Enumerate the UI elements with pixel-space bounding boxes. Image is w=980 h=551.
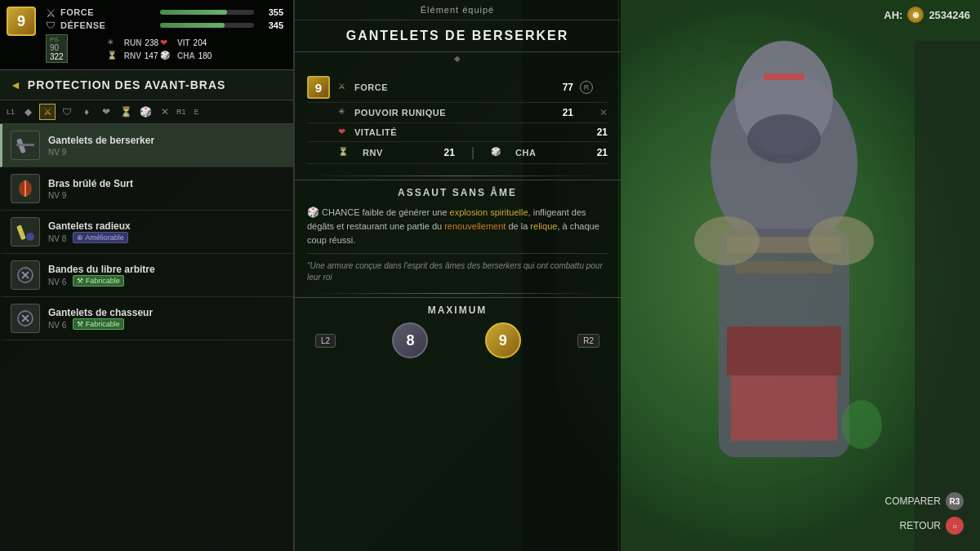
item-force-row: 9 ⚔ FORCE 77 R ✕ [307, 73, 608, 103]
item-dual-row: ⏳ RNV 21 | 🎲 CHA 21 [307, 142, 608, 164]
rnv-stat: ⏳ RNV 147 [107, 51, 158, 62]
defense-value: 345 [259, 20, 283, 30]
upgrade-level-8-btn[interactable]: 8 [392, 322, 428, 358]
ps-block: PS 90 322 [46, 34, 68, 63]
ability-highlight-3: relique [530, 221, 557, 231]
ability-description: 🎲 CHANCE faible de générer une explosion… [307, 205, 608, 247]
item-cha-label: CHA [515, 148, 587, 158]
list-item[interactable]: Gantelets radieux NV 8 ⊕ Améliorable [0, 211, 293, 254]
vit-value: 204 [194, 38, 207, 47]
item-level-badge: 9 [307, 76, 330, 99]
defense-stat: 🛡 DÉFENSE 345 [46, 20, 283, 31]
maximum-section: MAXIMUM L2 8 9 R2 [294, 297, 621, 365]
item-info-chasseur: Gantelets de chasseur NV 6 ⚒ Fabricable [48, 307, 285, 330]
ability-title: ASSAUT SANS ÂME [307, 187, 608, 198]
item-level-1: NV 9 [48, 191, 285, 200]
item-rnv-label: RNV [363, 148, 434, 158]
arrow-left-icon: ◄ [10, 78, 21, 91]
tab-hourglass[interactable]: ⏳ [118, 104, 134, 120]
svg-rect-8 [731, 375, 837, 441]
upgrade-level-9-btn[interactable]: 9 [485, 322, 521, 358]
currency-icon: ⊕ [907, 7, 924, 23]
tab-shield[interactable]: 🛡 [59, 104, 75, 120]
panel-divider-right [618, 0, 619, 551]
cha-label: CHA [177, 51, 195, 60]
return-action[interactable]: RETOUR ○ [900, 517, 964, 535]
force-row: ⚔ FORCE 355 [46, 7, 283, 18]
list-item[interactable]: Bras brûlé de Surt NV 9 [0, 167, 293, 211]
item-icon-chasseur [11, 304, 40, 333]
r1-trigger-label: R1 [176, 108, 186, 116]
item-name-2: Gantelets radieux [48, 220, 285, 232]
item-vitalite-label: VITALITÉ [354, 127, 597, 137]
maximum-title: MAXIMUM [307, 304, 608, 316]
ability-text-1: CHANCE faible de générer une [322, 207, 450, 217]
ability-highlight-1: explosion spirituelle [450, 207, 528, 217]
svg-rect-6 [735, 261, 833, 273]
item-icon-librarbitre [11, 260, 40, 290]
tab-sword-active[interactable]: ⚔ [39, 104, 56, 120]
r3-button[interactable]: R3 [946, 492, 964, 510]
x-mark-1: ✕ [599, 107, 608, 118]
return-label: RETOUR [900, 520, 941, 531]
ability-section: ASSAUT SANS ÂME 🎲 CHANCE faible de génér… [294, 180, 621, 290]
upgrade-buttons: L2 8 9 R2 [307, 322, 608, 358]
defense-bar-container [160, 23, 255, 28]
list-item[interactable]: Bandes du libre arbitre NV 6 ⚒ Fabricabl… [0, 254, 293, 297]
svg-rect-19 [16, 224, 26, 240]
item-icon-berserker [11, 131, 40, 160]
ps-label: PS [50, 36, 64, 43]
four-stats: ✳ RUN 238 ❤ VIT 204 ⏳ RNV 147 🎲 CHA [107, 38, 212, 62]
item-name-4: Gantelets de chasseur [48, 307, 285, 318]
item-rnv-value: 21 [444, 147, 455, 158]
r-badge: R [580, 81, 593, 94]
run-value: 238 [145, 38, 158, 47]
force-value: 355 [259, 7, 283, 17]
l2-button[interactable]: L2 [315, 334, 336, 348]
ah-label: AH: [884, 9, 902, 21]
ps-value: 90 [50, 43, 64, 52]
svg-point-10 [808, 216, 874, 265]
tab-heart[interactable]: ❤ [98, 104, 114, 120]
player-level-badge: 9 [7, 7, 36, 36]
force-bar [160, 10, 227, 15]
item-runique-value: 21 [563, 107, 573, 118]
defense-label: DÉFENSE [60, 20, 155, 30]
r2-trigger[interactable]: R2 [577, 334, 599, 348]
l2-trigger[interactable]: L2 [315, 334, 336, 348]
r2-button[interactable]: R2 [577, 334, 599, 348]
left-panel: 9 ⚔ FORCE 355 🛡 DÉFENSE [0, 0, 294, 551]
ability-highlight-2: renouvellement [444, 221, 506, 231]
item-icon-surt [11, 174, 40, 203]
dual-stats: ⏳ RNV 21 | 🎲 CHA 21 [338, 145, 608, 160]
circle-button[interactable]: ○ [946, 517, 964, 535]
tab-gem[interactable]: ♦ [78, 104, 95, 120]
list-item[interactable]: Gantelets de berserker NV 9 [0, 124, 293, 167]
ps2-value: 322 [50, 52, 64, 61]
bottom-right-actions: COMPARER R3 RETOUR ○ [885, 492, 964, 535]
item-rnv-icon: ⏳ [338, 147, 350, 158]
defense-bar [160, 23, 225, 28]
item-vitalite-row: ❤ VITALITÉ 21 [307, 123, 608, 142]
tab-bar[interactable]: L1 ◆ ⚔ 🛡 ♦ ❤ ⏳ 🎲 ✕ R1 E [0, 100, 293, 124]
item-badge-craftable-3: ⚒ Fabricable [73, 275, 124, 287]
compare-action[interactable]: COMPARER R3 [885, 492, 964, 510]
item-runique-row: ✳ POUVOIR RUNIQUE 21 R ✕ [307, 103, 608, 123]
currency-value: 2534246 [929, 9, 970, 21]
run-stat: ✳ RUN 238 [107, 38, 158, 49]
list-item[interactable]: Gantelets de chasseur NV 6 ⚒ Fabricable [0, 297, 293, 340]
tab-diamond[interactable]: ◆ [20, 104, 36, 120]
rnv-icon: ⏳ [107, 51, 118, 62]
svg-rect-16 [16, 144, 34, 146]
force-label: FORCE [60, 7, 155, 17]
compare-label: COMPARER [885, 495, 941, 507]
tab-e-label: E [194, 108, 199, 116]
item-level-2: NV 8 [48, 234, 66, 243]
item-name-1: Bras brûlé de Surt [48, 178, 285, 189]
tab-dice[interactable]: 🎲 [137, 104, 154, 120]
item-info-radieux: Gantelets radieux NV 8 ⊕ Améliorable [48, 220, 285, 243]
ability-text-3: de la [506, 221, 530, 231]
tab-x[interactable]: ✕ [157, 104, 173, 120]
item-info-berserker: Gantelets de berserker NV 9 [48, 135, 285, 157]
item-info-surt: Bras brûlé de Surt NV 9 [48, 178, 285, 200]
